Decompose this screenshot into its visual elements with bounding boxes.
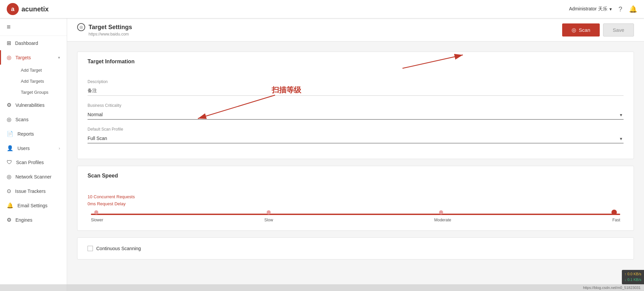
sidebar-item-dashboard[interactable]: ⊞ Dashboard (0, 36, 67, 50)
continuous-scanning-body: Continuous Scanning (77, 238, 634, 259)
description-label: Description (88, 79, 624, 84)
sidebar-item-target-groups[interactable]: Target Groups (17, 87, 67, 98)
logo-icon: a (7, 3, 19, 15)
scan-speed-title: Scan Speed (77, 166, 634, 179)
email-settings-icon: 🔔 (7, 202, 13, 209)
page-header: ◎ Target Settings https://www.baidu.com … (67, 18, 644, 42)
sidebar-item-targets[interactable]: ◎ Targets ▾ (0, 50, 67, 65)
admin-label: Administrator 天乐 (569, 6, 607, 12)
sidebar-item-add-target[interactable]: Add Target (17, 65, 67, 76)
scan-speed-body: 10 Concurrent Requests 0ms Request Delay (77, 186, 634, 230)
sidebar-label-scan-profiles: Scan Profiles (16, 160, 60, 165)
logo-text: acunetix (21, 5, 49, 13)
slider-dots (94, 212, 617, 217)
issue-trackers-icon: ⊙ (7, 188, 11, 194)
sidebar-item-reports[interactable]: 📄 Reports (0, 127, 67, 141)
hamburger-icon: ≡ (7, 23, 11, 30)
sidebar-label-reports: Reports (17, 131, 60, 137)
label-fast: Fast (612, 218, 620, 222)
sidebar-item-scan-profiles[interactable]: 🛡 Scan Profiles (0, 155, 67, 169)
dashboard-icon: ⊞ (7, 40, 11, 46)
description-group: Description (88, 79, 624, 96)
engines-icon: ⚙ (7, 217, 11, 223)
slider-dot-moderate (439, 210, 443, 214)
sidebar-label-network-scanner: Network Scanner (15, 174, 60, 179)
default-scan-profile-select-wrapper: Full Scan High Risk Vulnerabilities XSS … (88, 134, 624, 143)
slider-dot-slow (267, 210, 271, 214)
sidebar-item-add-targets[interactable]: Add Targets (17, 76, 67, 87)
sidebar-label-email-settings: Email Settings (17, 203, 60, 208)
hamburger-button[interactable]: ≡ (0, 18, 67, 36)
vulnerabilities-icon: ⚙ (7, 102, 11, 108)
statusbar-url: https://blog.csdn.net/m0_51823031 (583, 286, 641, 290)
admin-user-menu[interactable]: Administrator 天乐 ▾ (569, 6, 612, 12)
concurrent-requests: 10 Concurrent Requests (88, 194, 624, 201)
net-speed-widget: ↑ 0.0 KB/s ↓ 0.1 KB/s (622, 270, 644, 284)
sidebar-label-scans: Scans (15, 117, 60, 122)
sidebar-item-engines[interactable]: ⚙ Engines (0, 213, 67, 227)
users-icon: 👤 (7, 145, 13, 151)
add-targets-label: Add Targets (21, 79, 44, 84)
description-input[interactable] (88, 86, 624, 96)
add-target-label: Add Target (21, 68, 42, 73)
sidebar-item-vulnerabilities[interactable]: ⚙ Vulnerabilities (0, 98, 67, 112)
sidebar: ≡ ⊞ Dashboard ◎ Targets ▾ Add Target Add… (0, 18, 67, 291)
business-criticality-label: Business Criticality (88, 103, 624, 108)
targets-chevron: ▾ (58, 55, 60, 60)
net-upload-speed: ↑ 0.0 KB/s (625, 271, 641, 277)
sidebar-item-email-settings[interactable]: 🔔 Email Settings (0, 198, 67, 213)
target-groups-label: Target Groups (21, 90, 48, 95)
save-button[interactable]: Save (603, 23, 634, 37)
sidebar-item-issue-trackers[interactable]: ⊙ Issue Trackers (0, 184, 67, 198)
continuous-scanning-row: Continuous Scanning (88, 246, 624, 251)
page-title-row: ◎ Target Settings (77, 23, 132, 31)
sidebar-item-scans[interactable]: ◎ Scans (0, 112, 67, 127)
sidebar-item-users[interactable]: 👤 Users › (0, 141, 67, 155)
target-information-title: Target Information (77, 52, 634, 65)
users-chevron: › (59, 146, 60, 151)
scan-speed-info: 10 Concurrent Requests 0ms Request Delay (88, 194, 624, 208)
business-criticality-select-wrapper: Normal Critical High Low ▾ (88, 110, 624, 120)
sidebar-label-dashboard: Dashboard (15, 41, 60, 46)
page-title-icon: ◎ (77, 23, 85, 31)
statusbar: https://blog.csdn.net/m0_51823031 (0, 284, 644, 291)
topnav-right: Administrator 天乐 ▾ ? 🔔 (569, 5, 637, 13)
slider-labels: Slower Slow Moderate Fast (88, 218, 624, 222)
logo: a acunetix (7, 3, 49, 15)
default-scan-profile-group: Default Scan Profile Full Scan High Risk… (88, 127, 624, 143)
sidebar-item-network-scanner[interactable]: ◎ Network Scanner (0, 169, 67, 184)
scan-speed-card: Scan Speed 10 Concurrent Requests 0ms Re… (77, 166, 634, 231)
continuous-scanning-label: Continuous Scanning (96, 246, 141, 251)
sidebar-label-vulnerabilities: Vulnerabilities (15, 102, 60, 108)
continuous-scanning-card: Continuous Scanning (77, 237, 634, 260)
sidebar-label-issue-trackers: Issue Trackers (15, 189, 60, 194)
page-title: Target Settings (89, 24, 132, 31)
slider-dot-slower (94, 210, 98, 214)
label-moderate: Moderate (434, 218, 451, 222)
save-label: Save (613, 27, 624, 33)
page-subtitle: https://www.baidu.com (77, 32, 132, 37)
business-criticality-select[interactable]: Normal Critical High Low (88, 110, 624, 120)
target-information-card: Target Information Description Business … (77, 52, 634, 159)
targets-icon: ◎ (7, 54, 11, 61)
help-icon[interactable]: ? (619, 5, 622, 13)
sidebar-label-engines: Engines (15, 217, 60, 223)
continuous-scanning-checkbox[interactable] (88, 246, 93, 251)
default-scan-profile-label: Default Scan Profile (88, 127, 624, 132)
label-slower: Slower (91, 218, 103, 222)
targets-submenu: Add Target Add Targets Target Groups (0, 65, 67, 98)
label-slow: Slow (264, 218, 273, 222)
notification-icon[interactable]: 🔔 (629, 5, 637, 13)
scan-label: Scan (579, 27, 590, 33)
target-information-body: Description Business Criticality Normal … (77, 71, 634, 159)
scans-icon: ◎ (7, 116, 11, 123)
content-area: Target Information Description Business … (67, 42, 644, 276)
scan-profiles-icon: 🛡 (7, 159, 12, 165)
slider-track (91, 214, 620, 215)
net-download-speed: ↓ 0.1 KB/s (625, 277, 641, 283)
scan-button[interactable]: ◎ Scan (562, 23, 600, 37)
topnav: a acunetix Administrator 天乐 ▾ ? 🔔 (0, 0, 644, 18)
default-scan-profile-select[interactable]: Full Scan High Risk Vulnerabilities XSS … (88, 134, 624, 143)
reports-icon: 📄 (7, 131, 13, 137)
main-content: ◎ Target Settings https://www.baidu.com … (67, 18, 644, 291)
